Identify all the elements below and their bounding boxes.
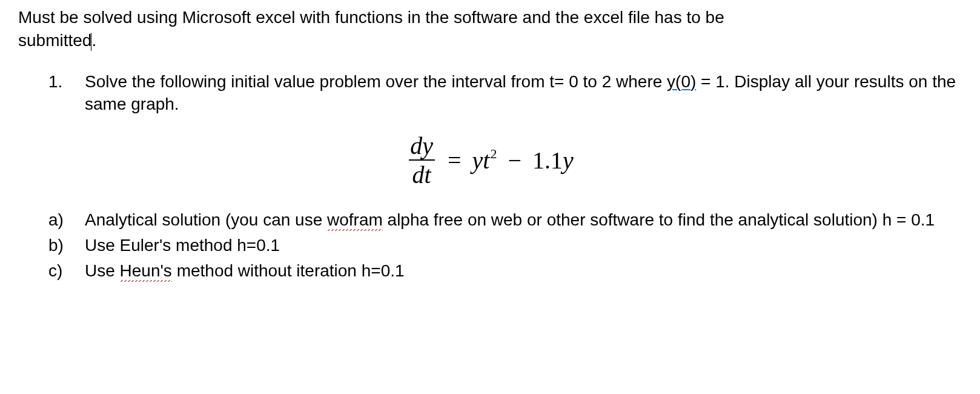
ode-equation: dy dt = yt2 − 1.1y xyxy=(406,134,574,187)
problem-1: 1. Solve the following initial value pro… xyxy=(48,70,962,116)
coef-1point1: 1.1 xyxy=(532,147,563,174)
part-b-marker: b) xyxy=(48,234,85,257)
part-b-text: Use Euler's method h=0.1 xyxy=(85,236,280,255)
part-c: c) Use Heun's method without iteration h… xyxy=(48,259,962,282)
problem-text-before: Solve the following initial value proble… xyxy=(85,72,667,91)
instruction-paragraph: Must be solved using Microsoft excel wit… xyxy=(18,6,962,52)
part-a-body: Analytical solution (you can use wofram … xyxy=(85,209,962,232)
fraction-denominator: dt xyxy=(409,159,435,187)
equals-sign: = xyxy=(448,144,462,177)
text-cursor xyxy=(91,33,91,50)
exponent-2: 2 xyxy=(490,146,497,161)
instruction-period: . xyxy=(91,31,96,50)
yt-text: yt xyxy=(472,147,490,174)
fraction-numerator: dy xyxy=(406,134,437,159)
document-page: Must be solved using Microsoft excel wit… xyxy=(0,0,980,303)
minus-sign: − xyxy=(508,144,521,177)
subparts-list: a) Analytical solution (you can use wofr… xyxy=(48,209,962,282)
part-b-body: Use Euler's method h=0.1 xyxy=(85,234,962,257)
part-a-pre: Analytical solution (you can use xyxy=(85,210,327,229)
term-yt2: yt2 xyxy=(472,144,497,177)
problem-1-marker: 1. xyxy=(48,70,85,93)
part-a-post: alpha free on web or other software to f… xyxy=(383,210,935,229)
problem-1-body: Solve the following initial value proble… xyxy=(85,70,962,116)
fraction-dy-dt: dy dt xyxy=(406,134,437,187)
part-c-marker: c) xyxy=(48,259,85,282)
term-1point1y: 1.1y xyxy=(532,144,574,177)
part-a-marker: a) xyxy=(48,209,85,232)
misspelled-wofram: wofram xyxy=(327,210,383,231)
part-c-post: method without iteration h=0.1 xyxy=(172,261,405,280)
part-c-pre: Use xyxy=(85,261,120,280)
equation-block: dy dt = yt2 − 1.1y xyxy=(18,134,962,187)
var-y: y xyxy=(563,147,574,174)
part-b: b) Use Euler's method h=0.1 xyxy=(48,234,962,257)
part-c-body: Use Heun's method without iteration h=0.… xyxy=(85,259,962,282)
part-a: a) Analytical solution (you can use wofr… xyxy=(48,209,962,232)
instruction-line-1: Must be solved using Microsoft excel wit… xyxy=(18,8,724,27)
y0-underlined: y(0) xyxy=(667,72,696,91)
flagged-heuns: Heun's xyxy=(120,261,172,282)
instruction-line-2: submitted xyxy=(18,31,91,50)
